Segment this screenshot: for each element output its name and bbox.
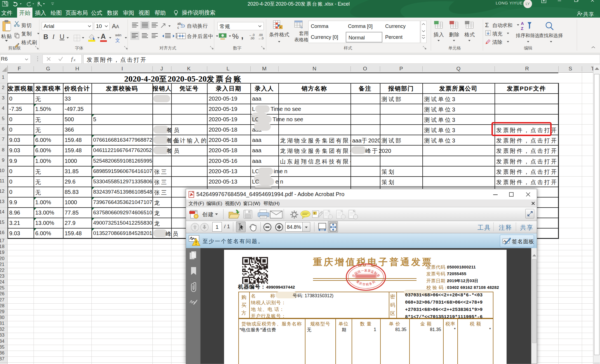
svg-text:.00: .00 <box>250 37 254 40</box>
svg-text:Z: Z <box>521 26 523 31</box>
svg-text:T: T <box>314 212 316 215</box>
svg-text:c: c <box>177 26 179 29</box>
svg-text:.00: .00 <box>258 33 263 37</box>
svg-text:→.0: →.0 <box>258 37 263 40</box>
svg-text:A: A <box>521 21 524 26</box>
svg-text:x: x <box>73 58 76 62</box>
svg-text:≠: ≠ <box>280 25 281 29</box>
svg-text:ab: ab <box>177 22 181 26</box>
svg-text:重庆市税务局: 重庆市税务局 <box>356 279 376 286</box>
svg-text:←.0: ←.0 <box>249 33 255 37</box>
svg-text:f: f <box>71 56 74 62</box>
